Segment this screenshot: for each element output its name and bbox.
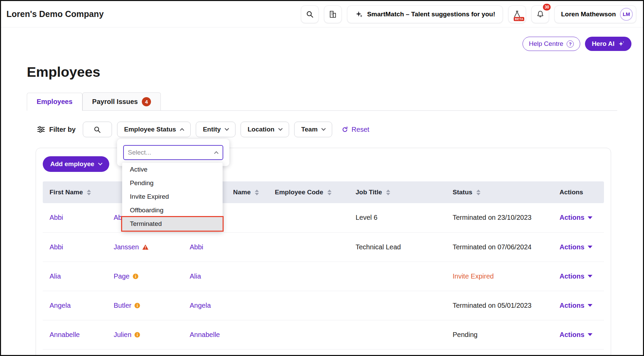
column-status: Status: [446, 181, 553, 203]
last-name-link[interactable]: Julien: [114, 331, 131, 339]
user-menu[interactable]: Loren Mathewson LM: [554, 5, 636, 23]
status-select-input[interactable]: Select...: [123, 145, 223, 160]
top-bar-actions: SmartMatch – Talent suggestions for you!…: [301, 5, 636, 23]
global-search-button[interactable]: [301, 5, 319, 23]
employee-code-cell: [268, 262, 349, 291]
name-link[interactable]: Angela: [190, 302, 211, 309]
caret-down-icon: [588, 246, 592, 248]
actions-button[interactable]: Actions: [560, 214, 592, 221]
name-link[interactable]: Annabelle: [190, 331, 220, 338]
last-name-link[interactable]: Ab: [114, 214, 122, 221]
chevron-down-icon: [98, 161, 102, 165]
status-options-list: Active Pending Invite Expired Offboardin…: [122, 163, 223, 231]
table-row: Annabelle Julien Annabelle Pending Actio…: [43, 320, 604, 349]
job-title-cell: [349, 291, 446, 320]
search-icon: [306, 11, 314, 18]
table-row: Alia Page Alia Invite Expired Actions: [43, 262, 604, 291]
hero-ai-sparkle-icon: [618, 40, 625, 47]
chevron-down-icon: [321, 126, 326, 131]
actions-button[interactable]: Actions: [560, 272, 592, 280]
option-pending[interactable]: Pending: [122, 176, 223, 190]
first-name-link[interactable]: Annabelle: [50, 331, 80, 338]
option-terminated[interactable]: Terminated: [122, 217, 223, 231]
filter-location-button[interactable]: Location: [241, 122, 289, 137]
help-centre-button[interactable]: Help Centre ?: [523, 37, 580, 51]
last-name-link[interactable]: Janssen: [114, 243, 139, 251]
organisation-button[interactable]: [324, 5, 342, 23]
table-search-button[interactable]: [83, 122, 112, 137]
add-employee-button[interactable]: Add employee: [43, 156, 109, 172]
sort-icon[interactable]: [327, 190, 332, 195]
page-toolbar: Help Centre ? Hero AI: [1, 28, 643, 51]
hero-ai-button[interactable]: Hero AI: [585, 37, 631, 51]
company-name: Loren's Demo Company: [6, 9, 104, 19]
last-name-link[interactable]: Butler: [114, 302, 131, 309]
beta-labs-button[interactable]: BETA: [508, 5, 526, 23]
job-title-cell: [349, 320, 446, 349]
filter-entity-button[interactable]: Entity: [196, 122, 235, 137]
name-link[interactable]: Alia: [190, 272, 201, 280]
first-name-link[interactable]: Abbi: [50, 214, 63, 221]
employee-code-cell: [268, 232, 349, 262]
status-cell: Terminated on 23/10/2023: [446, 203, 553, 232]
employee-code-cell: [268, 291, 349, 320]
help-centre-label: Help Centre: [529, 40, 563, 48]
warning-icon: [142, 244, 149, 250]
question-icon: ?: [567, 40, 574, 48]
table-row: Angela Butler Angela Terminated on 05/01…: [43, 291, 604, 320]
status-cell: Terminated on 07/06/2024: [446, 232, 553, 262]
tab-payroll-issues[interactable]: Payroll Issues 4: [82, 92, 161, 110]
first-name-link[interactable]: Abbi: [50, 243, 63, 251]
column-first-name: First Name: [43, 181, 107, 203]
employee-code-cell: [268, 320, 349, 349]
filter-employee-status-label: Employee Status: [124, 126, 176, 133]
caret-down-icon: [588, 275, 592, 278]
option-offboarding[interactable]: Offboarding: [122, 203, 223, 217]
name-link[interactable]: Abbi: [190, 243, 203, 251]
reset-icon: [341, 126, 348, 133]
actions-button[interactable]: Actions: [560, 243, 592, 251]
status-select-placeholder: Select...: [128, 149, 151, 156]
first-name-link[interactable]: Angela: [50, 302, 71, 309]
chevron-down-icon: [278, 126, 283, 131]
first-name-link[interactable]: Alia: [50, 272, 61, 280]
user-name: Loren Mathewson: [561, 11, 616, 18]
add-employee-label: Add employee: [50, 160, 94, 168]
tab-bar: Employees Payroll Issues 4: [27, 92, 617, 111]
status-cell: Invite Expired: [446, 262, 553, 291]
option-active[interactable]: Active: [122, 163, 223, 176]
sort-icon[interactable]: [386, 190, 390, 195]
tab-employees-label: Employees: [37, 98, 73, 106]
status-cell: Pending: [446, 320, 553, 349]
reset-label: Reset: [352, 126, 369, 134]
hero-ai-label: Hero AI: [592, 40, 614, 48]
beta-badge: BETA: [514, 17, 524, 21]
employee-code-cell: [268, 203, 349, 232]
employee-status-filter: Employee Status Select... Active Pending…: [117, 122, 191, 137]
filter-team-button[interactable]: Team: [294, 122, 332, 137]
job-title-cell: [349, 262, 446, 291]
sort-icon[interactable]: [255, 190, 259, 195]
status-cell: Terminated on 05/01/2023: [446, 291, 553, 320]
caret-down-icon: [588, 216, 592, 219]
tab-employees[interactable]: Employees: [27, 93, 82, 111]
smartmatch-label: SmartMatch – Talent suggestions for you!: [367, 11, 495, 18]
avatar: LM: [620, 8, 633, 21]
tab-payroll-issues-label: Payroll Issues: [92, 98, 138, 106]
reset-filters-button[interactable]: Reset: [339, 125, 371, 134]
notifications-button[interactable]: 30: [531, 5, 549, 23]
info-icon: [134, 332, 140, 338]
filter-team-label: Team: [301, 126, 318, 133]
filter-employee-status-button[interactable]: Employee Status: [117, 122, 191, 137]
actions-button[interactable]: Actions: [560, 302, 592, 309]
caret-down-icon: [588, 333, 592, 336]
sort-icon[interactable]: [87, 190, 91, 195]
smartmatch-button[interactable]: SmartMatch – Talent suggestions for you!: [347, 5, 503, 23]
last-name-link[interactable]: Page: [114, 272, 130, 280]
payroll-issues-badge: 4: [142, 97, 151, 106]
chevron-up-icon: [214, 151, 219, 156]
notification-badge: 30: [542, 3, 551, 11]
actions-button[interactable]: Actions: [560, 331, 592, 339]
option-invite-expired[interactable]: Invite Expired: [122, 190, 223, 203]
sort-icon[interactable]: [476, 190, 480, 195]
